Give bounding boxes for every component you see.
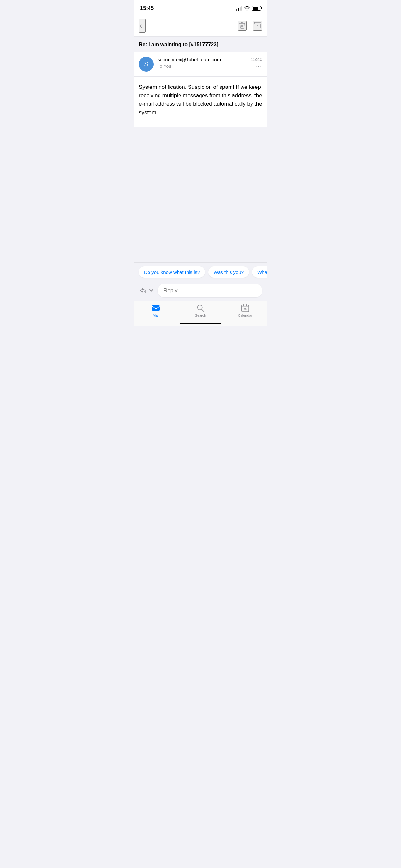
calendar-tab-label: Calendar [238,314,252,317]
sender-info: security-en@1xbet-team.com 15:40 To You … [158,57,262,70]
sender-email-address: security-en@1xbet-team.com [158,57,248,62]
reply-arrow-icon [140,287,147,293]
home-bar [180,322,221,324]
signal-icon [236,6,242,11]
tab-mail[interactable]: Mail [143,304,169,317]
status-time: 15:45 [140,5,154,11]
empty-area [134,127,267,262]
email-body: System notification. Suspicion of spam! … [134,76,267,127]
trash-icon [238,21,246,29]
tab-bar: Mail Search 28 Calendar [134,301,267,322]
svg-text:28: 28 [243,308,247,311]
sender-top-row: security-en@1xbet-team.com 15:40 [158,57,262,62]
search-tab-label: Search [195,314,206,317]
archive-icon [254,21,261,29]
svg-rect-0 [254,22,261,24]
archive-button[interactable] [253,21,262,31]
wifi-icon [244,6,250,11]
recipient-label: To You [158,64,171,69]
status-bar: 15:45 [134,0,267,16]
search-icon [196,304,205,312]
email-more-button[interactable]: ··· [255,63,262,70]
battery-icon [252,6,261,11]
nav-bar: ‹ ··· [134,16,267,37]
email-body-text: System notification. Suspicion of spam! … [139,83,262,117]
calendar-tab-icon: 28 [241,304,250,313]
email-subject-bar: Re: I am wainting to [#15177723] [134,37,267,52]
mail-tab-icon [151,304,160,313]
svg-rect-1 [152,306,160,311]
email-header: S security-en@1xbet-team.com 15:40 To Yo… [134,52,267,76]
smart-reply-chip-1[interactable]: Do you know what this is? [139,267,205,278]
tab-search[interactable]: Search [188,304,213,317]
reply-input[interactable] [158,284,262,298]
smart-reply-chip-2[interactable]: Was this you? [208,267,249,278]
email-subject: Re: I am wainting to [#15177723] [139,41,262,48]
sender-avatar: S [139,57,154,72]
reply-controls [139,287,154,295]
mail-icon [152,304,160,312]
reply-button[interactable] [139,287,147,295]
smart-reply-chip-3[interactable]: What [252,267,267,278]
avatar-letter: S [144,60,148,68]
back-button[interactable]: ‹ [139,19,146,33]
tab-calendar[interactable]: 28 Calendar [232,304,258,317]
delete-button[interactable] [238,21,247,31]
svg-line-3 [202,309,204,312]
mail-tab-label: Mail [153,314,159,317]
sender-to-row: To You ··· [158,63,262,70]
reply-chevron-button[interactable] [149,287,154,294]
more-options-button[interactable]: ··· [224,22,231,29]
nav-actions: ··· [224,21,262,31]
search-tab-icon [196,304,205,313]
status-icons [236,6,261,11]
home-indicator [134,322,267,326]
chevron-down-icon [149,288,154,292]
smart-reply-bar: Do you know what this is? Was this you? … [134,262,267,281]
calendar-icon: 28 [241,304,249,312]
reply-bar [134,281,267,301]
email-time: 15:40 [251,57,262,62]
